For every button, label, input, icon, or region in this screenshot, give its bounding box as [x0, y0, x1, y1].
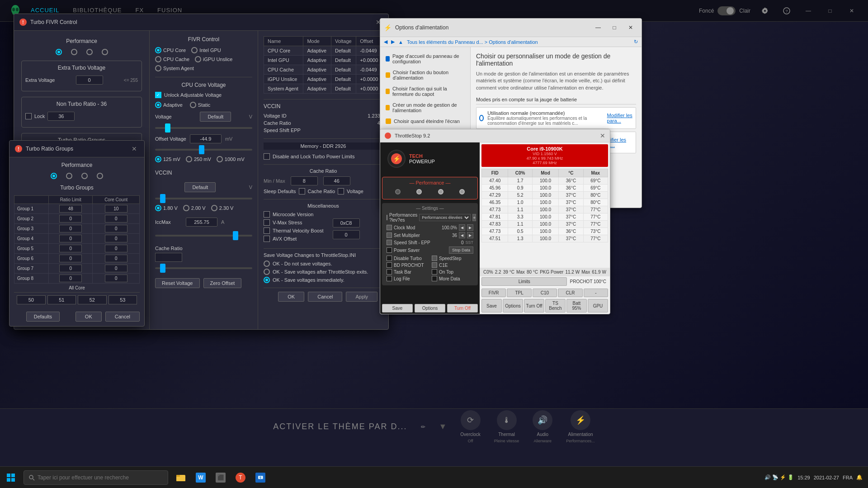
alimentation-icon-item[interactable]: ⚡ Alimentation Performances...: [566, 410, 595, 443]
ts-close-button[interactable]: ✕: [600, 132, 605, 139]
cores-input[interactable]: [105, 275, 127, 282]
cancel-button[interactable]: Cancel: [308, 292, 342, 302]
fivr-intel-gpu-radio[interactable]: [191, 47, 198, 53]
unlock-adjustable-checkbox[interactable]: ✓: [155, 92, 161, 98]
core-btn-53[interactable]: 53: [108, 295, 137, 304]
power-nav-close-lid[interactable]: Choisir l'action qui suit la fermeture d…: [380, 83, 470, 99]
avx-value-input[interactable]: [333, 230, 360, 239]
min-input[interactable]: [291, 176, 318, 185]
start-button[interactable]: [0, 467, 22, 488]
zero-offset-button[interactable]: Zero Offset: [203, 278, 242, 288]
range-1000[interactable]: 1000 mV: [217, 156, 245, 162]
core-btn-50[interactable]: 50: [17, 295, 46, 304]
vccin-slider[interactable]: [155, 198, 252, 199]
lock-checkbox[interactable]: [25, 113, 32, 119]
ratio-input[interactable]: [59, 245, 82, 252]
ratio-input[interactable]: [59, 225, 82, 232]
thermal-icon-item[interactable]: 🌡 Thermal Pleine vitesse: [494, 410, 519, 443]
ts-save-button[interactable]: Save: [382, 304, 413, 313]
fivr-igpu-radio[interactable]: [195, 56, 201, 62]
fivr-cpu-core-radio[interactable]: [155, 47, 161, 53]
ts-c10-button[interactable]: C10: [533, 289, 557, 297]
tr-perf-radio-4[interactable]: [97, 173, 103, 179]
taskbar-search[interactable]: [24, 470, 168, 485]
ts-gpu-button[interactable]: GPU: [588, 299, 608, 313]
taskbar-app-3[interactable]: ⬛: [212, 469, 230, 487]
ts-clock-mod-checkbox[interactable]: [387, 225, 392, 230]
voltage-cb[interactable]: [338, 188, 344, 194]
ratio-input[interactable]: [59, 235, 82, 242]
cores-input[interactable]: [105, 255, 127, 262]
vccin-230-radio[interactable]: [211, 205, 217, 211]
perf-radio-circle-4[interactable]: [102, 49, 108, 55]
ts-tpl-button[interactable]: TPL: [507, 289, 531, 297]
ts-speed-shift-checkbox[interactable]: [387, 240, 392, 245]
turbo-ratio-close-button[interactable]: ✕: [130, 144, 139, 153]
power-close-button[interactable]: ✕: [623, 20, 638, 35]
static-radio-circle[interactable]: [190, 102, 196, 108]
ts-ts-bench-button[interactable]: TS Bench: [545, 299, 566, 313]
up-icon[interactable]: ▲: [398, 39, 403, 45]
tr-perf-radio-3[interactable]: [81, 173, 88, 179]
tr-defaults-button[interactable]: Defaults: [26, 312, 60, 322]
ts-multiplier-checkbox[interactable]: [387, 232, 392, 238]
power-nav-create-mode[interactable]: Créer un mode de gestion de l'alimentati…: [380, 99, 470, 116]
hex-input[interactable]: [333, 218, 360, 227]
vmax-checkbox[interactable]: [264, 219, 270, 226]
audio-icon-item[interactable]: 🔊 Audio Alienware: [533, 410, 552, 443]
forward-icon[interactable]: ▶: [391, 39, 395, 45]
range-125-radio[interactable]: [155, 156, 161, 162]
fivr-intel-gpu[interactable]: Intel GPU: [191, 47, 221, 53]
cache-ratio-cb[interactable]: [299, 188, 305, 194]
range-1000-radio[interactable]: [217, 156, 223, 162]
perf-radio-circle-1[interactable]: [56, 49, 62, 55]
perf-radio-4[interactable]: [102, 49, 108, 55]
disable-lock-checkbox[interactable]: [264, 153, 270, 160]
iccmax-input[interactable]: [186, 218, 217, 227]
vccin-default-button[interactable]: Default: [184, 182, 216, 192]
ts-profile-checkbox[interactable]: [387, 215, 387, 220]
ts-clr-button[interactable]: CLR: [558, 289, 582, 297]
ts-clock-left[interactable]: ◀: [459, 224, 465, 231]
turbo-ratio-perf-radios[interactable]: [14, 173, 140, 179]
core-btn-52[interactable]: 52: [78, 295, 107, 304]
core-btn-51[interactable]: 51: [47, 295, 76, 304]
ts-on-top-checkbox[interactable]: [432, 269, 437, 275]
ts-log-file-checkbox[interactable]: [387, 276, 392, 281]
adaptive-radio[interactable]: Adaptive: [155, 102, 183, 108]
cores-input[interactable]: [105, 215, 127, 223]
fivr-system-agent[interactable]: System Agent: [155, 65, 252, 71]
ratio-input[interactable]: [59, 215, 82, 223]
save-option-2[interactable]: OK - Save voltages after ThrottleStop ex…: [264, 269, 383, 275]
fivr-igpu-unslice[interactable]: iGPU Unslice: [195, 56, 232, 62]
extra-voltage-input[interactable]: [76, 76, 103, 85]
reset-voltage-button[interactable]: Reset Voltage: [155, 278, 200, 288]
minimize-button[interactable]: —: [801, 4, 816, 18]
refresh-icon[interactable]: ↻: [634, 39, 638, 45]
ts-clock-right[interactable]: ▶: [467, 224, 473, 231]
taskbar-app-5[interactable]: 📧: [251, 469, 269, 487]
max-input[interactable]: [323, 176, 350, 185]
search-input[interactable]: [38, 474, 163, 481]
save-option-1[interactable]: OK - Do not save voltages.: [264, 261, 383, 267]
perf-radio-3[interactable]: [86, 49, 93, 55]
save-option-3[interactable]: OK - Save voltages immediately.: [264, 277, 383, 283]
fivr-system-agent-radio[interactable]: [155, 65, 161, 71]
cache-ratio-input[interactable]: [155, 253, 182, 262]
tr-ok-button[interactable]: OK: [75, 312, 102, 322]
cores-input[interactable]: [105, 245, 127, 252]
save-option-1-radio[interactable]: [264, 261, 270, 267]
ts-mult-left[interactable]: ◀: [459, 232, 465, 238]
ts-plus-button[interactable]: +: [472, 214, 476, 221]
stop-data-button[interactable]: Stop Data: [449, 246, 473, 254]
vccin-range-200[interactable]: 2.00 V: [183, 205, 206, 211]
power-mode-normal-radio[interactable]: [479, 115, 484, 121]
ts-limits-button[interactable]: Limits: [481, 277, 567, 286]
ts-profile-select[interactable]: Performances élevées: [419, 214, 471, 221]
avx-checkbox[interactable]: [264, 236, 270, 242]
power-maximize-button[interactable]: □: [607, 20, 622, 35]
ts-options2-button[interactable]: Options: [503, 299, 523, 313]
ts-save2-button[interactable]: Save: [481, 299, 502, 313]
ratio-input[interactable]: [59, 275, 82, 282]
cores-input[interactable]: [105, 225, 127, 232]
